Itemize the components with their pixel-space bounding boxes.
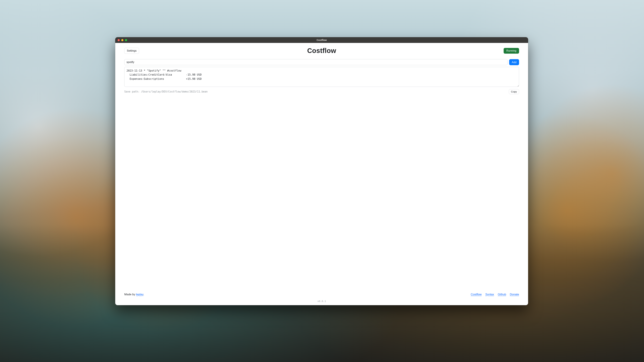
- entry-input[interactable]: [124, 59, 508, 65]
- minimize-icon[interactable]: [121, 39, 124, 41]
- footer: Made by leplay. Costflow Syntax Github D…: [124, 288, 519, 304]
- made-by-suffix: .: [143, 293, 144, 296]
- footer-row: Made by leplay. Costflow Syntax Github D…: [124, 293, 519, 296]
- link-donate[interactable]: Donate: [510, 293, 519, 296]
- app-title: Costflow: [307, 47, 336, 54]
- output-textarea[interactable]: [124, 67, 519, 87]
- app-window: Costflow Settings Costflow Running Add S…: [115, 37, 528, 305]
- add-button[interactable]: Add: [509, 59, 519, 65]
- window-title: Costflow: [115, 39, 528, 41]
- header-row: Settings Costflow Running: [124, 47, 519, 54]
- made-by: Made by leplay.: [124, 293, 144, 296]
- window-content: Settings Costflow Running Add Save path:…: [115, 43, 528, 305]
- entry-row: Add: [124, 59, 519, 65]
- status-badge[interactable]: Running: [504, 48, 519, 54]
- save-path-text: Save path: /Users/leplay/DEV/Costflow/de…: [124, 90, 208, 93]
- window-controls: [115, 39, 127, 41]
- footer-links: Costflow Syntax Github Donate: [471, 293, 519, 296]
- link-github[interactable]: Github: [498, 293, 506, 296]
- link-costflow[interactable]: Costflow: [471, 293, 482, 296]
- close-icon[interactable]: [118, 39, 120, 41]
- zoom-icon[interactable]: [125, 39, 127, 41]
- settings-button[interactable]: Settings: [124, 48, 139, 54]
- titlebar[interactable]: Costflow: [115, 37, 528, 43]
- save-path-row: Save path: /Users/leplay/DEV/Costflow/de…: [124, 89, 519, 94]
- version-text: v0.0.1: [124, 300, 519, 303]
- author-link[interactable]: leplay: [136, 293, 143, 296]
- made-by-prefix: Made by: [124, 293, 136, 296]
- link-syntax[interactable]: Syntax: [485, 293, 494, 296]
- copy-button[interactable]: Copy: [509, 89, 519, 94]
